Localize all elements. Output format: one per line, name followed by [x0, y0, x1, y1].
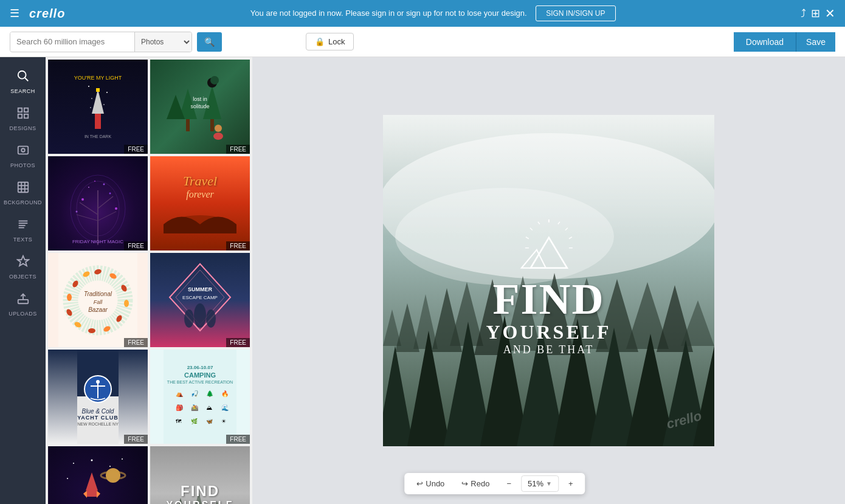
- svg-text:Fall: Fall: [94, 299, 103, 305]
- menu-icon[interactable]: ☰: [10, 7, 19, 20]
- bottom-toolbar: ↩ Undo ↪ Redo − 51% ▼ +: [404, 473, 585, 494]
- canvas-area: FIND YOURSELF AND BE THAT crello: [252, 57, 845, 504]
- svg-text:Traditional: Traditional: [84, 291, 112, 297]
- sidebar-item-texts[interactable]: TEXTS: [0, 212, 46, 249]
- logo: crello: [29, 7, 65, 21]
- sidebar-item-photos[interactable]: PHOTOS: [0, 137, 46, 174]
- svg-text:Bazaar: Bazaar: [88, 306, 108, 313]
- svg-text:🎣: 🎣: [191, 390, 199, 398]
- svg-text:⛺: ⛺: [176, 390, 184, 398]
- svg-line-1: [24, 78, 28, 81]
- background-icon: [16, 181, 30, 197]
- sidebar-label-search: SEARCH: [10, 88, 35, 94]
- share-icon[interactable]: ⤴: [801, 7, 806, 20]
- svg-text:🌊: 🌊: [221, 404, 229, 412]
- svg-rect-136: [383, 115, 714, 236]
- image-card-4[interactable]: Travel forever FREE: [150, 156, 250, 250]
- svg-point-49: [88, 187, 89, 188]
- svg-point-95: [122, 458, 123, 460]
- svg-text:SUMMER: SUMMER: [188, 286, 212, 292]
- top-bar: ☰ crello You are not logged in now. Plea…: [0, 0, 845, 27]
- svg-point-33: [210, 76, 219, 85]
- lock-icon: 🔒: [315, 37, 325, 46]
- free-badge-2: FREE: [226, 145, 250, 154]
- photos-filter-select[interactable]: Photos Vectors Illustrations: [134, 32, 191, 52]
- svg-rect-3: [24, 108, 27, 112]
- svg-marker-28: [203, 86, 221, 119]
- free-badge-7: FREE: [124, 435, 148, 444]
- lock-button[interactable]: 🔒 Lock: [306, 33, 354, 50]
- search-button[interactable]: 🔍: [197, 32, 222, 52]
- svg-rect-2: [18, 108, 21, 112]
- zoom-out-icon: −: [506, 479, 511, 488]
- image-panel: YOU'RE MY LIGHT IN THE DARK FREE: [46, 57, 252, 504]
- top-bar-right: ⤴ ⊞ ✕: [801, 6, 835, 21]
- svg-marker-20: [92, 89, 104, 114]
- texts-icon: [16, 218, 30, 234]
- svg-point-23: [106, 92, 108, 93]
- svg-point-47: [76, 211, 78, 213]
- sign-in-button[interactable]: SIGN IN/SIGN UP: [536, 5, 615, 21]
- sidebar-item-objects[interactable]: OBJECTS: [0, 249, 46, 286]
- sidebar-label-designs: DESIGNS: [9, 125, 36, 131]
- svg-point-36: [215, 125, 222, 132]
- svg-point-93: [91, 459, 93, 461]
- save-button[interactable]: Save: [796, 32, 835, 52]
- canvas-wrapper[interactable]: FIND YOURSELF AND BE THAT crello: [383, 115, 714, 446]
- zoom-dropdown-arrow: ▼: [546, 480, 552, 487]
- svg-text:lost in: lost in: [193, 96, 207, 102]
- svg-marker-99: [86, 472, 98, 491]
- grid-icon[interactable]: ⊞: [811, 7, 820, 20]
- sidebar: SEARCH DESIGNS PHOTOS BCKGROUND: [0, 57, 46, 504]
- sidebar-item-search[interactable]: SEARCH: [0, 63, 46, 100]
- canvas-image: FIND YOURSELF AND BE THAT crello: [383, 115, 714, 446]
- svg-rect-21: [96, 88, 100, 92]
- sidebar-item-background[interactable]: BCKGROUND: [0, 174, 46, 212]
- svg-rect-5: [24, 114, 27, 118]
- sidebar-label-objects: OBJECTS: [9, 274, 36, 280]
- image-card-10[interactable]: FIND YOURSELF: [150, 446, 250, 504]
- free-badge-8: FREE: [226, 435, 250, 444]
- sidebar-label-photos: PHOTOS: [10, 162, 35, 168]
- svg-point-7: [21, 148, 25, 152]
- svg-text:🗺: 🗺: [176, 418, 182, 424]
- download-button[interactable]: Download: [734, 32, 796, 52]
- redo-button[interactable]: ↪ Redo: [454, 475, 497, 492]
- svg-rect-4: [18, 114, 21, 118]
- svg-point-0: [18, 71, 26, 79]
- image-card-7[interactable]: Blue & Cold YACHT CLUB NEW ROCHELLE NY F…: [48, 350, 148, 444]
- svg-marker-102: [97, 491, 100, 498]
- undo-button[interactable]: ↩ Undo: [409, 475, 452, 492]
- image-card-5[interactable]: Traditional Fall Bazaar FREE: [48, 253, 148, 347]
- svg-rect-6: [18, 147, 28, 154]
- svg-rect-30: [186, 119, 190, 131]
- image-card-3[interactable]: FRIDAY NIGHT MAGIC FREE: [48, 156, 148, 250]
- close-icon[interactable]: ✕: [825, 6, 835, 21]
- svg-rect-19: [95, 114, 101, 129]
- svg-point-73: [206, 309, 216, 328]
- free-badge-4: FREE: [226, 241, 250, 250]
- svg-marker-101: [83, 491, 87, 498]
- zoom-out-button[interactable]: −: [499, 475, 519, 492]
- svg-text:solitude: solitude: [190, 103, 209, 109]
- image-card-8[interactable]: 23.06-10.07 CAMPING THE BEST ACTIVE RECR…: [150, 350, 250, 444]
- image-card-6[interactable]: SUMMER ESCAPE CAMP FREE: [150, 253, 250, 347]
- svg-text:🎒: 🎒: [176, 404, 184, 412]
- sidebar-label-background: BCKGROUND: [4, 199, 42, 205]
- svg-point-45: [81, 198, 84, 201]
- search-input[interactable]: [10, 32, 134, 51]
- svg-point-94: [109, 466, 111, 467]
- svg-rect-31: [210, 119, 214, 131]
- svg-point-51: [94, 181, 95, 182]
- redo-icon: ↪: [461, 479, 468, 488]
- image-card-9[interactable]: [48, 446, 148, 504]
- search-icon: [16, 69, 30, 86]
- toolbar-right: Download Save: [734, 32, 835, 52]
- sidebar-item-uploads[interactable]: UPLOADS: [0, 286, 46, 323]
- zoom-in-button[interactable]: +: [561, 475, 581, 492]
- image-card-1[interactable]: YOU'RE MY LIGHT IN THE DARK FREE: [48, 60, 148, 154]
- sidebar-item-designs[interactable]: DESIGNS: [0, 100, 46, 137]
- image-card-2[interactable]: lost in solitude FREE: [150, 60, 250, 154]
- svg-point-60: [88, 328, 95, 333]
- svg-line-41: [80, 202, 98, 215]
